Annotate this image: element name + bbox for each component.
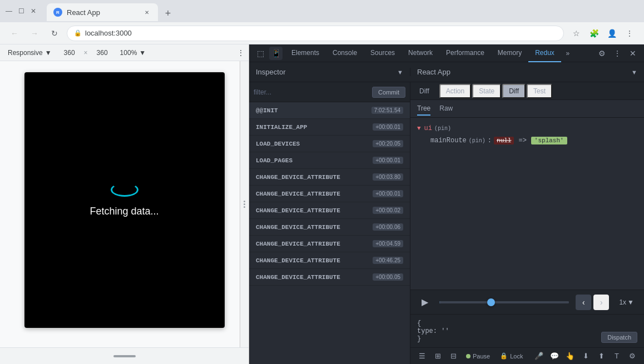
tab-elements[interactable]: Elements [285, 44, 326, 62]
action-time: +00:00.01 [373, 157, 403, 164]
action-name: CHANGE_DEVICE_ATTRIBUTE [256, 207, 340, 214]
action-item-change-1[interactable]: CHANGE_DEVICE_ATTRIBUTE +00:03.80 [249, 169, 410, 186]
more-options-button[interactable]: ⋮ [622, 26, 637, 41]
action-item-change-3[interactable]: CHANGE_DEVICE_ATTRIBUTE +00:00.02 [249, 202, 410, 219]
bottom-icon-3[interactable]: ⊟ [446, 349, 460, 363]
tab-performance[interactable]: Performance [439, 44, 491, 62]
action-item-change-5[interactable]: CHANGE_DEVICE_ATTRIBUTE +00:04.59 [249, 236, 410, 252]
speed-label: 1x [619, 298, 626, 306]
inspect-element-button[interactable]: ⬚ [254, 47, 267, 60]
back-button[interactable]: ← [7, 26, 22, 41]
timeline-slider[interactable] [439, 301, 569, 303]
action-time: +00:00.02 [373, 207, 403, 214]
action-item-change-2[interactable]: CHANGE_DEVICE_ATTRIBUTE +00:00.01 [249, 186, 410, 202]
bottom-icon-2[interactable]: ⊞ [430, 349, 445, 363]
width-input[interactable]: 360 [60, 49, 80, 57]
action-item-init[interactable]: @@INIT 7:02:51.54 [249, 102, 410, 119]
tab-diff[interactable]: Diff [502, 84, 526, 98]
tab-redux[interactable]: Redux [528, 44, 561, 62]
prev-action-button[interactable]: ‹ [576, 295, 591, 310]
device-toggle-button[interactable]: 📱 [269, 47, 283, 60]
bottom-icon-settings[interactable]: ⚙ [625, 349, 640, 363]
devtools-close-button[interactable]: ✕ [626, 47, 640, 60]
responsive-dropdown-icon: ▼ [45, 49, 52, 57]
bookmark-button[interactable]: ☆ [568, 26, 584, 41]
height-input[interactable]: 360 [92, 49, 112, 57]
commit-button[interactable]: Commit [372, 87, 405, 98]
bottom-icon-download-2[interactable]: ⬆ [594, 349, 608, 363]
action-time: +00:46.25 [373, 257, 403, 264]
more-tabs-button[interactable]: » [561, 47, 574, 60]
extensions-button[interactable]: 🧩 [586, 26, 602, 41]
subtab-raw[interactable]: Raw [439, 102, 453, 116]
tab-console[interactable]: Console [326, 44, 364, 62]
diff-label: Diff [415, 87, 434, 95]
tab-title: React App [67, 8, 138, 17]
action-item-change-7[interactable]: CHANGE_DEVICE_ATTRIBUTE +00:00.05 [249, 269, 410, 286]
inspector-dropdown[interactable]: ▼ [397, 69, 403, 76]
devtools-settings-button[interactable]: ⚙ [595, 47, 608, 60]
bottom-icon-text[interactable]: T [610, 349, 624, 363]
new-tab-button[interactable]: + [160, 6, 176, 21]
devtools-more-button[interactable]: ⋮ [611, 47, 624, 60]
device-resize-handle[interactable] [240, 61, 249, 347]
tab-memory[interactable]: Memory [491, 44, 528, 62]
tab-test[interactable]: Test [527, 84, 552, 98]
responsive-select[interactable]: Responsive ▼ [4, 48, 55, 58]
play-button[interactable]: ▶ [417, 295, 433, 310]
action-time: +00:00.06 [373, 223, 403, 231]
forward-button[interactable]: → [27, 26, 42, 41]
collapse-arrow-icon[interactable]: ▼ [417, 125, 421, 132]
action-item-load-devices[interactable]: LOAD_DEVICES +00:20.05 [249, 136, 410, 152]
action-time: +00:20.05 [373, 140, 403, 147]
devtools-toolbar: ⬚ 📱 Elements Console Sources Network [249, 44, 644, 62]
main-area: Responsive ▼ 360 × 360 100% ▼ ⋮ Fetchi [0, 44, 644, 364]
viewport-bottom-handle[interactable] [0, 347, 249, 364]
speed-button[interactable]: 1x ▼ [616, 297, 637, 308]
zoom-select[interactable]: 100% ▼ [117, 48, 150, 58]
viewport-more-icon[interactable]: ⋮ [237, 44, 244, 61]
action-name: CHANGE_DEVICE_ATTRIBUTE [256, 257, 340, 264]
tab-sources[interactable]: Sources [364, 44, 402, 62]
dispatch-button[interactable]: Dispatch [601, 332, 637, 343]
bottom-icon-download-1[interactable]: ⬇ [578, 349, 593, 363]
tab-bar: R React App ✕ + [42, 1, 640, 21]
subtab-tree[interactable]: Tree [417, 102, 430, 116]
refresh-button[interactable]: ↻ [47, 26, 62, 41]
pause-dot-icon [466, 354, 470, 358]
active-tab[interactable]: R React App ✕ [47, 3, 158, 21]
url-text: localhost:3000 [85, 29, 132, 37]
lock-button[interactable]: 🔒 Lock [496, 351, 527, 361]
action-item-initialize-app[interactable]: INITIALIZE_APP +00:00.01 [249, 119, 410, 136]
filter-input[interactable] [254, 88, 369, 96]
close-button[interactable]: ✕ [29, 7, 38, 16]
bottom-icon-touch[interactable]: 👆 [563, 349, 577, 363]
maximize-button[interactable]: ☐ [17, 7, 26, 16]
url-bar[interactable]: 🔒 localhost:3000 [67, 26, 564, 41]
app-dropdown[interactable]: ▼ [631, 69, 637, 76]
tab-favicon: R [53, 8, 62, 17]
action-name: CHANGE_DEVICE_ATTRIBUTE [256, 274, 340, 281]
tab-network[interactable]: Network [402, 44, 439, 62]
diff-arrow-right-icon: => [518, 137, 526, 144]
dispatch-area[interactable]: { type: '' } Dispatch [410, 314, 644, 347]
action-item-change-4[interactable]: CHANGE_DEVICE_ATTRIBUTE +00:00.06 [249, 219, 410, 236]
bottom-icon-1[interactable]: ☰ [415, 349, 429, 363]
action-list[interactable]: @@INIT 7:02:51.54 INITIALIZE_APP +00:00.… [249, 102, 410, 364]
action-item-change-6[interactable]: CHANGE_DEVICE_ATTRIBUTE +00:46.25 [249, 252, 410, 269]
tab-close-button[interactable]: ✕ [142, 8, 151, 17]
action-time: +00:00.01 [373, 123, 403, 131]
title-bar: — ☐ ✕ R React App ✕ + [0, 0, 644, 22]
bottom-icon-microphone[interactable]: 🎤 [532, 349, 546, 363]
timeline-thumb[interactable] [487, 298, 495, 306]
bottom-icon-chat[interactable]: 💬 [547, 349, 562, 363]
minimize-button[interactable]: — [4, 7, 13, 16]
tab-state[interactable]: State [472, 84, 501, 98]
pause-button[interactable]: Pause [462, 352, 494, 361]
tab-action[interactable]: Action [439, 84, 471, 98]
action-item-load-pages[interactable]: LOAD_PAGES +00:00.01 [249, 152, 410, 169]
profile-button[interactable]: 👤 [604, 26, 620, 41]
next-action-button[interactable]: › [593, 295, 609, 310]
right-panel-tabs: Diff Action State Diff Test [410, 82, 644, 100]
right-panel: Diff Action State Diff Test Tree Raw [410, 82, 644, 364]
